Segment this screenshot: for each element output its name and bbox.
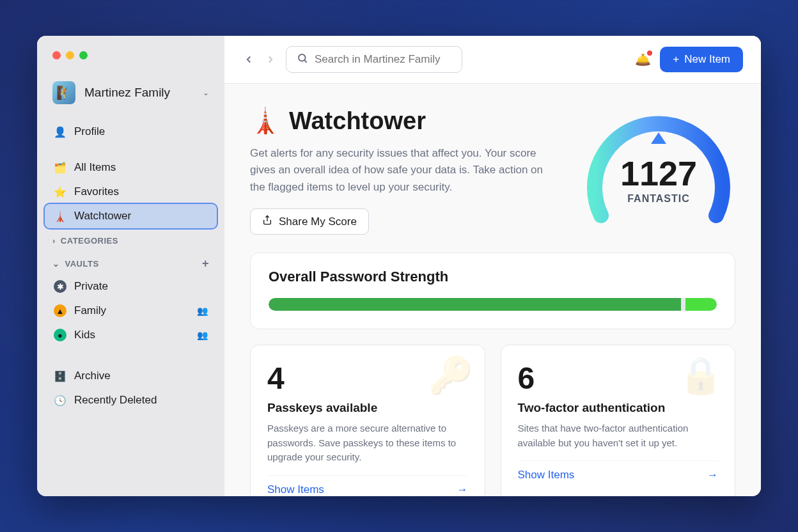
- link-label: Show Items: [518, 469, 575, 481]
- chevron-down-icon: ⌄: [52, 259, 60, 269]
- nav-label: Watchtower: [74, 210, 131, 223]
- primary-nav: 👤 Profile 🗂️ All Items ⭐ Favorites 🗼 Wat…: [37, 120, 224, 228]
- vault-icon: ✱: [54, 280, 66, 293]
- share-score-button[interactable]: Share My Score: [250, 208, 369, 235]
- show-twofa-link[interactable]: Show Items →: [518, 460, 719, 481]
- categories-header[interactable]: › CATEGORIES: [37, 228, 224, 249]
- gauge-pointer-icon: [651, 132, 666, 144]
- account-avatar: 🧗: [52, 81, 75, 104]
- vault-kids[interactable]: ● Kids 👥: [37, 323, 224, 347]
- star-icon: ⭐: [54, 185, 66, 198]
- security-score-gauge: 1127 FANTASTIC: [582, 107, 735, 235]
- password-strength-card: Overall Password Strength: [250, 253, 735, 329]
- show-passkeys-link[interactable]: Show Items →: [267, 475, 468, 496]
- card-description: Sites that have two-factor authenticatio…: [518, 421, 719, 450]
- svg-line-1: [304, 60, 306, 62]
- maximize-window-button[interactable]: [79, 51, 88, 59]
- vaults-header[interactable]: ⌄ VAULTS +: [37, 249, 224, 274]
- toolbar: 🛎️ + New Item: [224, 36, 761, 84]
- strength-segment-strong: [269, 298, 681, 311]
- search-icon: [297, 52, 308, 66]
- strength-title: Overall Password Strength: [269, 269, 717, 285]
- shared-icon: 👥: [197, 330, 208, 340]
- main-panel: 🛎️ + New Item 🗼 Watchtower Get alerts fo…: [224, 36, 761, 496]
- content-area: 🗼 Watchtower Get alerts for any security…: [224, 84, 761, 496]
- share-label: Share My Score: [279, 215, 357, 228]
- tower-icon: 🗼: [250, 107, 280, 135]
- arrow-right-icon: →: [707, 469, 718, 481]
- search-field[interactable]: [286, 46, 462, 73]
- card-description: Passkeys are a more secure alternative t…: [267, 421, 468, 465]
- passkeys-card: 🔑 4 Passkeys available Passkeys are a mo…: [250, 345, 485, 496]
- window-controls: [37, 51, 224, 74]
- shared-icon: 👥: [197, 306, 208, 316]
- forward-button[interactable]: [264, 53, 277, 66]
- svg-point-0: [299, 54, 306, 61]
- profile-icon: 👤: [54, 125, 66, 138]
- nav-profile[interactable]: 👤 Profile: [45, 120, 217, 144]
- vault-label: Family: [74, 304, 106, 317]
- back-button[interactable]: [242, 53, 255, 66]
- page-description: Get alerts for any security issues that …: [250, 145, 556, 196]
- nav-label: All Items: [74, 161, 116, 174]
- card-title: Passkeys available: [267, 401, 468, 415]
- archive-icon: 🗄️: [54, 370, 66, 382]
- close-window-button[interactable]: [52, 51, 61, 59]
- notifications-button[interactable]: 🛎️: [635, 52, 651, 67]
- vault-icon: ●: [54, 329, 66, 341]
- nav-label: Archive: [74, 370, 111, 382]
- nav-recently-deleted[interactable]: 🕓 Recently Deleted: [45, 388, 217, 412]
- trash-icon: 🕓: [54, 394, 66, 407]
- tower-icon: 🗼: [54, 210, 66, 223]
- chevron-right-icon: ›: [52, 236, 56, 246]
- link-label: Show Items: [267, 483, 324, 496]
- nav-label: Favorites: [74, 185, 119, 198]
- nav-archive[interactable]: 🗄️ Archive: [45, 364, 217, 388]
- nav-label: Profile: [74, 125, 105, 138]
- minimize-window-button[interactable]: [66, 51, 74, 59]
- all-items-icon: 🗂️: [54, 161, 66, 174]
- twofa-card: 🔒 6 Two-factor authentication Sites that…: [501, 345, 736, 496]
- plus-icon: +: [673, 53, 679, 66]
- alert-cards: 🔑 4 Passkeys available Passkeys are a mo…: [250, 345, 735, 496]
- card-title: Two-factor authentication: [518, 401, 719, 415]
- account-name: Martinez Family: [84, 86, 194, 100]
- new-item-button[interactable]: + New Item: [660, 47, 743, 72]
- vault-label: Kids: [74, 329, 95, 341]
- new-item-label: New Item: [684, 53, 730, 66]
- vault-family[interactable]: ▲ Family 👥: [37, 299, 224, 323]
- strength-bar: [269, 298, 717, 311]
- nav-watchtower[interactable]: 🗼 Watchtower: [45, 204, 217, 228]
- vault-icon: ▲: [54, 304, 66, 317]
- section-label: CATEGORIES: [61, 236, 118, 246]
- nav-all-items[interactable]: 🗂️ All Items: [45, 155, 217, 180]
- section-label: VAULTS: [65, 259, 99, 269]
- lock-icon: 🔒: [678, 354, 723, 396]
- vault-private[interactable]: ✱ Private: [37, 274, 224, 299]
- search-input[interactable]: [315, 53, 451, 66]
- share-icon: [262, 215, 272, 228]
- vault-label: Private: [74, 280, 108, 293]
- arrow-right-icon: →: [457, 483, 468, 496]
- account-switcher[interactable]: 🧗 Martinez Family ⌄: [37, 74, 224, 120]
- passkey-icon: 🔑: [428, 354, 473, 396]
- watchtower-hero: 🗼 Watchtower Get alerts for any security…: [250, 107, 735, 235]
- nav-favorites[interactable]: ⭐ Favorites: [45, 180, 217, 204]
- chevron-down-icon: ⌄: [203, 88, 209, 97]
- app-window: 🧗 Martinez Family ⌄ 👤 Profile 🗂️ All Ite…: [37, 36, 761, 496]
- nav-label: Recently Deleted: [74, 394, 157, 407]
- add-vault-button[interactable]: +: [202, 257, 209, 270]
- strength-segment-good: [685, 298, 717, 311]
- sidebar: 🧗 Martinez Family ⌄ 👤 Profile 🗂️ All Ite…: [37, 36, 224, 496]
- page-title: 🗼 Watchtower: [250, 107, 556, 135]
